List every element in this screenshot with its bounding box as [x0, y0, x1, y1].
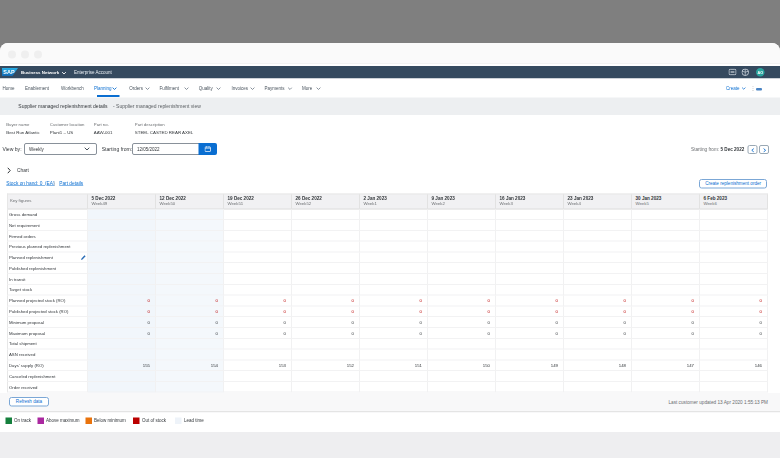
svg-text:SAP: SAP [3, 69, 15, 75]
